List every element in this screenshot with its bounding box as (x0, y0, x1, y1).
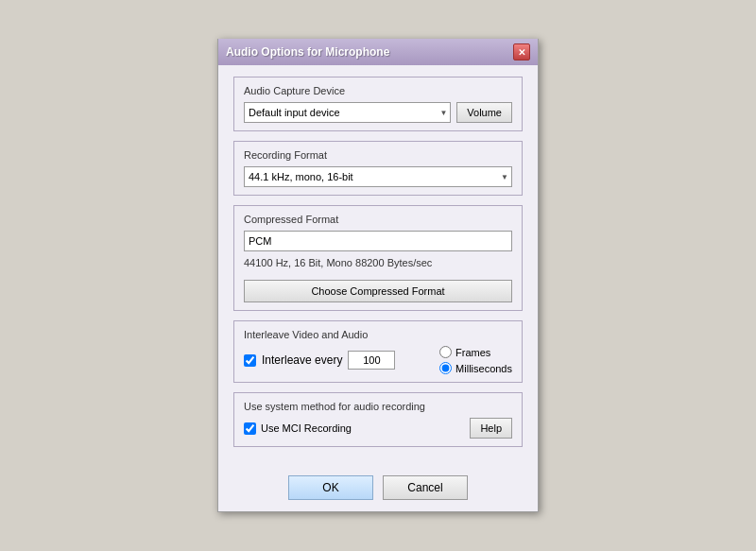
volume-button[interactable]: Volume (456, 102, 512, 123)
device-select-wrapper: Default input device (244, 102, 451, 123)
device-select[interactable]: Default input device (244, 102, 451, 123)
interleave-right: Frames Milliseconds (439, 346, 512, 374)
recording-format-select[interactable]: 44.1 kHz, mono, 16-bit (244, 166, 512, 187)
close-button[interactable]: ✕ (513, 43, 530, 60)
recording-format-group: Recording Format 44.1 kHz, mono, 16-bit (233, 141, 523, 196)
milliseconds-label: Milliseconds (455, 363, 512, 374)
audio-capture-group: Audio Capture Device Default input devic… (233, 77, 523, 131)
system-method-group: Use system method for audio recording Us… (233, 392, 523, 447)
ok-button[interactable]: OK (288, 475, 373, 500)
compressed-format-group: Compressed Format 44100 Hz, 16 Bit, Mono… (233, 205, 523, 311)
help-button[interactable]: Help (470, 418, 512, 439)
compressed-format-info: 44100 Hz, 16 Bit, Mono 88200 Bytes/sec (244, 255, 512, 270)
choose-compressed-format-button[interactable]: Choose Compressed Format (244, 280, 512, 302)
interleave-checkbox-label: Interleave every (262, 353, 342, 367)
recording-format-select-wrapper: 44.1 kHz, mono, 16-bit (244, 166, 512, 187)
audio-capture-row: Default input device Volume (244, 102, 512, 123)
interleave-interval-input[interactable] (348, 351, 395, 370)
dialog-window: Audio Options for Microphone ✕ Audio Cap… (217, 39, 539, 512)
interleave-left: Interleave every (244, 351, 395, 370)
frames-radio-row: Frames (439, 346, 512, 358)
audio-capture-label: Audio Capture Device (244, 85, 512, 96)
compressed-format-value[interactable] (244, 231, 512, 251)
mci-checkbox[interactable] (244, 422, 256, 435)
interleave-row: Interleave every Frames Milliseconds (244, 346, 512, 374)
title-bar: Audio Options for Microphone ✕ (218, 39, 538, 65)
frames-radio[interactable] (439, 346, 452, 358)
interleave-label: Interleave Video and Audio (244, 329, 512, 340)
recording-format-label: Recording Format (244, 149, 512, 161)
system-method-row: Use MCI Recording Help (244, 418, 512, 439)
milliseconds-radio-row: Milliseconds (439, 362, 512, 374)
mci-checkbox-label: Use MCI Recording (261, 422, 352, 434)
milliseconds-radio[interactable] (439, 362, 452, 374)
dialog-body: Audio Capture Device Default input devic… (218, 65, 538, 468)
dialog-title: Audio Options for Microphone (226, 45, 389, 59)
bottom-buttons: OK Cancel (218, 468, 538, 511)
cancel-button[interactable]: Cancel (383, 475, 468, 500)
mci-checkbox-row: Use MCI Recording (244, 422, 352, 435)
interleave-checkbox[interactable] (244, 354, 256, 367)
system-method-label: Use system method for audio recording (244, 401, 512, 412)
interleave-group: Interleave Video and Audio Interleave ev… (233, 320, 523, 383)
compressed-format-label: Compressed Format (244, 214, 512, 225)
frames-label: Frames (455, 347, 490, 358)
